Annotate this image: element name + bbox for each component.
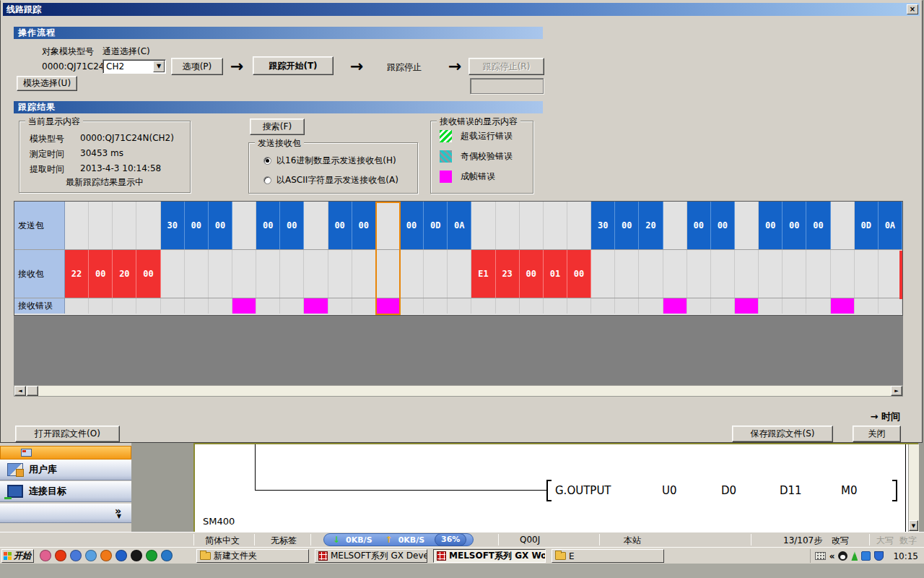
send-cell[interactable] [567,202,591,249]
error-cell[interactable] [711,298,735,314]
send-cell[interactable] [471,202,495,249]
recv-cell[interactable] [759,250,783,298]
send-cell[interactable]: 00 [328,202,352,249]
error-cell[interactable] [136,298,160,314]
recv-cell[interactable]: E1 [471,250,495,298]
dialog-titlebar[interactable]: 线路跟踪 × [3,3,920,16]
module-select-button[interactable]: 模块选择(U) [17,76,77,91]
send-cell[interactable]: 0D [424,202,448,249]
recv-cell[interactable] [639,250,663,298]
qq-tray-icon[interactable] [838,551,847,561]
recv-cell[interactable] [591,250,615,298]
error-cell[interactable] [855,298,879,314]
error-cell[interactable] [615,298,639,314]
sidebar-item-user-library[interactable]: 用户库 [0,460,131,480]
error-cell[interactable] [89,298,113,314]
send-cell[interactable]: 00 [711,202,735,249]
quicklaunch-icon[interactable] [131,550,142,561]
recv-cell[interactable]: 20 [113,250,136,298]
quicklaunch-icon[interactable] [70,550,82,561]
send-cell[interactable] [304,202,328,249]
error-cell[interactable] [376,298,400,314]
network-meter[interactable]: ↓ 0KB/S ↑ 0KB/S 36% [323,533,474,546]
scrollbar-thumb[interactable] [27,386,38,396]
send-cell[interactable] [735,202,759,249]
recv-cell[interactable] [400,250,424,298]
nav-overflow-bar[interactable]: » ▼ [0,504,131,523]
error-cell[interactable] [185,298,209,314]
quicklaunch-icon[interactable] [161,550,173,561]
recv-cell[interactable] [663,250,687,298]
ascii-display-option[interactable]: 以ASCII字符显示发送接收包(A) [263,174,398,186]
error-cell[interactable] [424,298,448,314]
recv-cell[interactable] [328,250,352,298]
horizontal-scrollbar[interactable]: ◄ ► [14,385,903,397]
error-cell[interactable] [591,298,615,314]
recv-cell[interactable]: 00 [136,250,160,298]
send-cell[interactable] [376,202,400,249]
send-cell[interactable] [544,202,567,249]
recv-cell[interactable] [615,250,639,298]
send-cell[interactable]: 00 [352,202,376,249]
recv-cell[interactable] [376,250,400,298]
recv-cell[interactable] [806,250,830,298]
save-trace-file-button[interactable]: 保存跟踪文件(S) [732,426,833,442]
taskbar-task-button[interactable]: MELSOFT系列 GX Devel... [315,549,427,563]
error-cell[interactable] [232,298,256,314]
error-cell[interactable] [544,298,567,314]
send-cell[interactable]: 00 [280,202,304,249]
error-cell[interactable] [256,298,280,314]
error-cell[interactable] [352,298,376,314]
taskbar-task-button[interactable]: 新建文件夹 [196,549,309,563]
recv-cell[interactable] [879,250,902,298]
trace-start-button[interactable]: 跟踪开始(T) [253,56,334,75]
recv-cell[interactable] [185,250,209,298]
error-cell[interactable] [806,298,830,314]
recv-cell[interactable] [161,250,185,298]
recv-cell[interactable] [280,250,304,298]
close-dialog-button[interactable]: 关闭 [853,426,901,442]
open-trace-file-button[interactable]: 打开跟踪文件(O) [15,426,120,442]
send-cell[interactable] [831,202,855,249]
send-cell[interactable] [113,202,136,249]
recv-cell[interactable]: 00 [567,250,591,298]
recv-cell[interactable] [304,250,328,298]
close-icon[interactable]: × [907,4,918,14]
quicklaunch-icon[interactable] [116,550,127,561]
send-cell[interactable]: 0A [879,202,902,249]
send-cell[interactable] [65,202,89,249]
scroll-left-icon[interactable]: ◄ [14,386,26,396]
recv-cell[interactable] [687,250,711,298]
recv-cell[interactable] [256,250,280,298]
taskbar-task-button[interactable]: E [552,549,664,563]
error-cell[interactable] [879,298,902,314]
send-cell[interactable]: 00 [615,202,639,249]
send-cell[interactable] [136,202,160,249]
recv-cell[interactable]: 22 [65,250,89,298]
send-cell[interactable] [89,202,113,249]
recv-cell[interactable] [735,250,759,298]
send-cell[interactable]: 30 [161,202,185,249]
search-button[interactable]: 搜索(F) [250,118,305,135]
error-cell[interactable] [759,298,783,314]
chevron-down-icon[interactable]: ▼ [153,61,165,72]
sidebar-item-connection-target[interactable]: 连接目标 [0,481,131,502]
recv-cell[interactable] [209,250,232,298]
recv-cell[interactable] [711,250,735,298]
trace-stop-button[interactable]: 跟踪停止(R) [468,58,544,75]
send-cell[interactable]: 00 [209,202,232,249]
hex-display-option[interactable]: 以16进制数显示发送接收包(H) [263,155,396,167]
send-cell[interactable]: 00 [783,202,806,249]
error-cell[interactable] [783,298,806,314]
send-cell[interactable]: 00 [400,202,424,249]
send-cell[interactable]: 00 [185,202,209,249]
chevron-down-icon[interactable]: ▼ [117,513,121,519]
error-cell[interactable] [448,298,471,314]
recv-cell[interactable]: 00 [89,250,113,298]
tray-collapse-icon[interactable]: « [829,551,835,561]
send-cell[interactable] [232,202,256,249]
error-cell[interactable] [304,298,328,314]
error-cell[interactable] [113,298,136,314]
network-signal-icon[interactable] [851,551,858,561]
send-cell[interactable]: 00 [256,202,280,249]
